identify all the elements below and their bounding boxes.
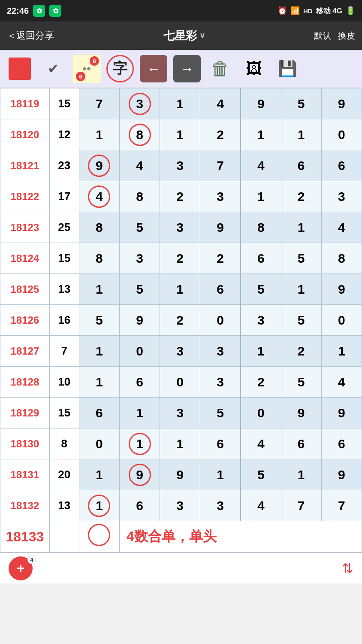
row-sum: 12	[49, 119, 79, 150]
row-cell: 5	[241, 459, 281, 490]
row-id: 18127	[0, 336, 50, 367]
trash-icon: 🗑	[211, 58, 230, 79]
row-id: 18119	[0, 88, 50, 119]
row-cell: 3	[200, 367, 241, 398]
toolbar-badge-button[interactable]: •• 8 6	[72, 54, 101, 83]
row-cell: 1	[281, 212, 321, 243]
row-id: 18128	[0, 367, 50, 398]
wechat-icon-1: ✿	[33, 5, 45, 17]
toolbar-save-button[interactable]: 💾	[273, 54, 302, 83]
row-cell: 7	[79, 88, 119, 119]
row-sum: 8	[49, 428, 79, 459]
row-cell: 4	[241, 490, 281, 521]
row-cell: 2	[160, 243, 200, 274]
row-cell: 1	[160, 119, 200, 150]
row-cell: 9	[321, 274, 362, 305]
row-cell: 2	[200, 119, 241, 150]
row-cell: 0	[79, 428, 119, 459]
row-id: 18131	[0, 459, 50, 490]
table-row: 18126165920350	[0, 305, 362, 336]
toolbar-gallery-button[interactable]: 🖼	[239, 54, 268, 83]
row-cell: 9	[160, 459, 200, 490]
row-cell: 1	[281, 119, 321, 150]
row-cell: 5	[281, 88, 321, 119]
row-cell: 9	[119, 459, 160, 490]
toolbar-arrow-right-button[interactable]: →	[172, 54, 202, 83]
toolbar-red-square[interactable]	[5, 54, 34, 83]
row-cell: 0	[241, 398, 281, 428]
row-cell: 1	[281, 459, 321, 490]
row-id: 18130	[0, 428, 50, 459]
row-cell: 8	[79, 243, 119, 274]
row-cell: 1	[119, 398, 160, 428]
toolbar-char-button[interactable]: 字	[106, 54, 135, 83]
row-cell: 1	[241, 181, 281, 212]
nav-title-arrow[interactable]: ∨	[199, 31, 205, 40]
row-cell: 7	[321, 490, 362, 521]
nav-actions: 默认 换皮	[314, 30, 355, 42]
arrow-left-icon: ←	[140, 55, 167, 82]
toolbar-trash-button[interactable]: 🗑	[206, 54, 235, 83]
toolbar-arrow-left-button[interactable]: ←	[139, 54, 168, 83]
status-time: 22:46	[7, 6, 29, 16]
table-row: 18125131516519	[0, 274, 362, 305]
row-id: 18132	[0, 490, 50, 521]
row-cell: 1	[79, 459, 119, 490]
row-cell: 6	[281, 150, 321, 181]
row-cell: 3	[241, 305, 281, 336]
row-cell: 2	[241, 367, 281, 398]
row-cell: 0	[321, 119, 362, 150]
nav-back-button[interactable]: ＜返回分享	[7, 29, 54, 42]
table-row: 18124158322658	[0, 243, 362, 274]
signal-icon: HD	[303, 7, 313, 15]
pred-text: 4数合单，单头	[119, 521, 362, 553]
add-icon: +	[17, 560, 25, 576]
row-sum: 17	[49, 181, 79, 212]
row-id: 18125	[0, 274, 50, 305]
row-cell: 8	[119, 119, 160, 150]
row-cell: 2	[200, 243, 241, 274]
row-cell: 4	[200, 88, 241, 119]
toolbar-check-button[interactable]: ✔	[39, 54, 68, 83]
nav-skin-button[interactable]: 换皮	[338, 30, 355, 42]
add-button[interactable]: + 4	[9, 556, 33, 580]
data-table-wrap: 1811915731495918120121812110181212394374…	[0, 88, 362, 553]
row-cell: 4	[321, 367, 362, 398]
row-sum: 13	[49, 274, 79, 305]
row-id: 18121	[0, 150, 50, 181]
wechat-icon-2: ✿	[49, 5, 61, 17]
red-square-icon	[9, 58, 31, 80]
row-cell: 1	[79, 274, 119, 305]
row-cell: 3	[160, 398, 200, 428]
row-cell: 3	[200, 336, 241, 367]
badge-wrap: •• 8 6	[72, 54, 101, 83]
table-row: 18132131633477	[0, 490, 362, 521]
row-cell: 3	[119, 88, 160, 119]
row-cell: 1	[160, 274, 200, 305]
nav-title: 七星彩 ∨	[163, 28, 205, 43]
row-cell: 3	[200, 490, 241, 521]
row-cell: 2	[281, 181, 321, 212]
row-sum: 25	[49, 212, 79, 243]
row-cell: 0	[160, 367, 200, 398]
row-sum: 20	[49, 459, 79, 490]
row-cell: 3	[321, 181, 362, 212]
row-cell: 3	[160, 490, 200, 521]
row-cell: 5	[119, 274, 160, 305]
row-cell: 3	[160, 212, 200, 243]
row-id: 18129	[0, 398, 50, 428]
row-sum: 15	[49, 88, 79, 119]
row-cell: 8	[79, 212, 119, 243]
badge-6: 6	[76, 72, 85, 81]
row-cell: 1	[241, 336, 281, 367]
table-row: 18121239437466	[0, 150, 362, 181]
row-cell: 9	[281, 398, 321, 428]
pred-id: 18133	[0, 521, 50, 553]
row-cell: 2	[281, 336, 321, 367]
row-cell: 0	[119, 336, 160, 367]
row-sum: 23	[49, 150, 79, 181]
row-id: 18124	[0, 243, 50, 274]
nav-default-button[interactable]: 默认	[314, 30, 331, 42]
sort-button[interactable]: ⇅	[342, 560, 353, 577]
table-row: 1813080116466	[0, 428, 362, 459]
